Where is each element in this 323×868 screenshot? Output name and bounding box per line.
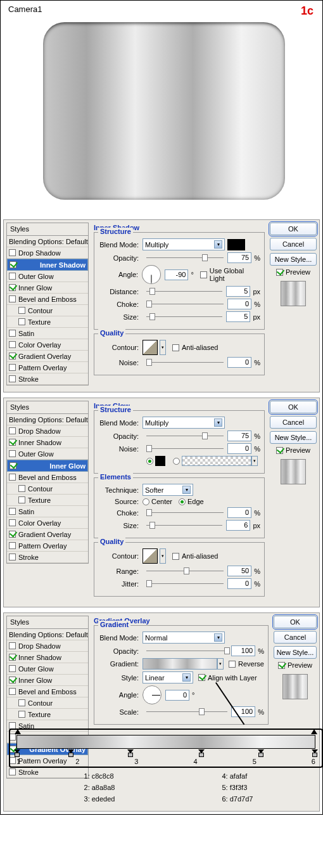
numeric-input[interactable]: 0	[227, 443, 251, 454]
style-item-stroke[interactable]: Stroke	[7, 373, 88, 385]
opacity-stop[interactable]	[311, 729, 317, 734]
style-item-inner-shadow[interactable]: Inner Shadow	[7, 259, 88, 271]
style-checkbox[interactable]	[9, 249, 16, 256]
style-item-bevel-and-emboss[interactable]: Bevel and Emboss	[7, 294, 88, 305]
style-checkbox[interactable]	[9, 677, 16, 683]
style-item-drop-shadow[interactable]: Drop Shadow	[7, 640, 88, 652]
global-light-checkbox[interactable]	[200, 271, 207, 278]
new-style-button[interactable]: New Style...	[274, 646, 317, 659]
blending-options-item[interactable]: Blending Options: Default	[7, 629, 88, 640]
source-edge-radio[interactable]	[179, 498, 186, 505]
angle-dial[interactable]: .panel:nth-of-type(1) .angledial::after{…	[142, 265, 161, 284]
contour-picker[interactable]	[142, 548, 158, 564]
numeric-input[interactable]: 5	[226, 286, 250, 297]
style-item-outer-glow[interactable]: Outer Glow	[7, 448, 88, 460]
style-item-texture[interactable]: Texture	[7, 709, 88, 720]
numeric-input[interactable]: 5	[226, 311, 250, 322]
gradient-radio[interactable]	[173, 458, 180, 465]
cancel-button[interactable]: Cancel	[274, 631, 317, 644]
style-item-drop-shadow[interactable]: Drop Shadow	[7, 425, 88, 437]
style-checkbox[interactable]	[9, 284, 16, 291]
style-checkbox[interactable]	[9, 330, 16, 337]
style-checkbox[interactable]	[9, 554, 16, 560]
style-item-inner-shadow[interactable]: Inner Shadow	[7, 437, 88, 448]
slider[interactable]	[146, 567, 224, 576]
numeric-input[interactable]: 75	[227, 431, 251, 441]
numeric-input[interactable]: 0	[227, 357, 251, 368]
color-radio[interactable]	[146, 458, 153, 465]
color-stop[interactable]	[68, 749, 74, 756]
slider[interactable]	[146, 444, 224, 453]
numeric-input[interactable]: 0	[227, 578, 251, 589]
new-style-button[interactable]: New Style...	[270, 253, 317, 266]
preview-checkbox[interactable]	[278, 662, 285, 669]
dropdown[interactable]: Multiply▾	[142, 417, 225, 429]
slider[interactable]	[146, 254, 224, 262]
dropdown[interactable]: Softer▾	[142, 484, 193, 496]
antialias-checkbox[interactable]	[172, 344, 179, 351]
style-item-outer-glow[interactable]: Outer Glow	[7, 271, 88, 282]
style-checkbox[interactable]	[9, 474, 16, 481]
style-checkbox[interactable]	[18, 496, 25, 503]
style-checkbox[interactable]	[9, 531, 16, 538]
chevron-down-icon[interactable]: ▾	[217, 658, 224, 670]
chevron-down-icon[interactable]: ▾	[251, 456, 258, 466]
style-checkbox[interactable]	[9, 688, 16, 695]
style-checkbox[interactable]	[9, 295, 16, 302]
numeric-input[interactable]: 50	[227, 566, 251, 576]
color-stop[interactable]	[312, 749, 318, 756]
style-item-color-overlay[interactable]: Color Overlay	[7, 339, 88, 351]
style-checkbox[interactable]	[18, 485, 25, 492]
slider[interactable]	[146, 358, 224, 367]
style-checkbox[interactable]	[9, 642, 16, 649]
slider[interactable]	[146, 287, 222, 296]
numeric-input[interactable]: 6	[226, 520, 250, 531]
blending-options-item[interactable]: Blending Options: Default	[7, 414, 88, 425]
contour-picker[interactable]	[142, 340, 158, 355]
color-swatch[interactable]	[227, 239, 245, 250]
dropdown[interactable]: Multiply▾	[142, 238, 225, 250]
style-item-inner-glow[interactable]: Inner Glow	[7, 675, 88, 686]
style-item-pattern-overlay[interactable]: Pattern Overlay	[7, 540, 88, 552]
blending-options-item[interactable]: Blending Options: Default	[7, 236, 88, 247]
numeric-input[interactable]: 0	[227, 507, 251, 518]
style-checkbox[interactable]	[9, 273, 16, 280]
style-checkbox[interactable]	[9, 519, 16, 526]
align-checkbox[interactable]	[198, 674, 205, 681]
style-checkbox[interactable]	[18, 711, 25, 718]
style-item-gradient-overlay[interactable]: Gradient Overlay	[7, 529, 88, 540]
style-checkbox[interactable]	[9, 768, 16, 775]
chevron-down-icon[interactable]: ▾	[160, 548, 166, 564]
style-checkbox[interactable]	[18, 318, 25, 325]
slider[interactable]	[146, 300, 224, 309]
style-checkbox[interactable]	[9, 508, 16, 515]
style-item-inner-shadow[interactable]: Inner Shadow	[7, 652, 88, 663]
style-checkbox[interactable]	[18, 307, 25, 314]
style-item-outer-glow[interactable]: Outer Glow	[7, 663, 88, 675]
cancel-button[interactable]: Cancel	[270, 416, 317, 429]
style-item-bevel-and-emboss[interactable]: Bevel and Emboss	[7, 472, 88, 483]
style-item-pattern-overlay[interactable]: Pattern Overlay	[7, 362, 88, 373]
numeric-input[interactable]: -90	[165, 269, 189, 280]
style-item-satin[interactable]: Satin	[7, 506, 88, 517]
slider[interactable]	[146, 521, 222, 530]
color-stop[interactable]	[198, 749, 205, 756]
style-checkbox[interactable]	[9, 654, 16, 661]
slider[interactable]	[146, 432, 224, 441]
style-checkbox[interactable]	[9, 450, 16, 457]
style-item-contour[interactable]: Contour	[7, 305, 88, 316]
dropdown[interactable]: Linear▾	[142, 671, 193, 683]
numeric-input[interactable]: 75	[227, 252, 251, 263]
gradient-swatch[interactable]	[182, 456, 251, 466]
style-checkbox[interactable]	[9, 439, 16, 446]
style-checkbox[interactable]	[9, 375, 16, 382]
slider[interactable]	[146, 647, 227, 656]
gradient-bar[interactable]	[16, 735, 315, 749]
preview-checkbox[interactable]	[276, 269, 283, 276]
ok-button[interactable]: OK	[274, 616, 317, 628]
numeric-input[interactable]: 0	[227, 299, 251, 309]
color-swatch[interactable]	[155, 456, 165, 466]
style-item-contour[interactable]: Contour	[7, 697, 88, 709]
color-stop[interactable]	[127, 749, 134, 756]
style-checkbox[interactable]	[10, 462, 16, 469]
